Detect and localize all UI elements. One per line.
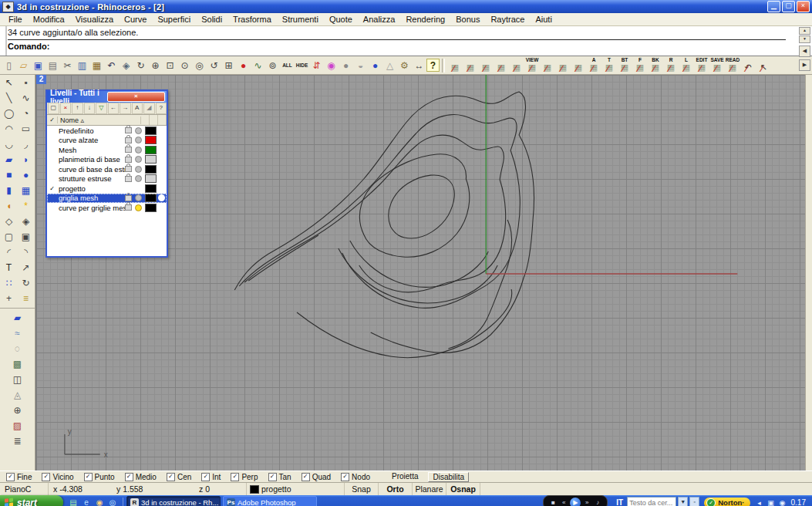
lasso-icon[interactable]: ◌	[9, 341, 26, 356]
options-gear-icon[interactable]: ⚙	[397, 58, 412, 73]
expand-right-icon[interactable]: →	[120, 103, 131, 114]
rectangle-icon[interactable]: ▭	[18, 121, 35, 137]
bulb-icon[interactable]	[135, 137, 142, 143]
taskbar-search-input[interactable]	[627, 497, 676, 506]
help-icon[interactable]: ?	[426, 59, 440, 72]
menu-item[interactable]: Analizza	[358, 15, 401, 24]
checkbox-icon[interactable]: ✓	[302, 473, 310, 481]
contour-curve[interactable]	[239, 115, 520, 309]
bulb-icon[interactable]	[135, 127, 142, 134]
layer-name[interactable]: griglia mesh	[57, 194, 125, 202]
contour-curve[interactable]	[350, 241, 488, 287]
layer-name[interactable]: Predefinito	[57, 126, 125, 135]
curve-interpolate-icon[interactable]: ∿	[18, 90, 35, 106]
checkbox-icon[interactable]: ✓	[167, 473, 175, 481]
single-point-icon[interactable]: ▪	[18, 75, 35, 90]
points-on-icon[interactable]: ⊚	[265, 58, 280, 73]
sphere-group-icon[interactable]: ●	[18, 167, 35, 183]
restore-button[interactable]: ▢	[782, 1, 795, 12]
move-down-icon[interactable]: ↓	[84, 103, 96, 114]
osnap-checkbox-item[interactable]: ✓ Perp	[231, 473, 258, 481]
layer-color-swatch[interactable]	[145, 184, 157, 193]
media-prev-button[interactable]: «	[559, 498, 568, 506]
contour-curve[interactable]	[244, 135, 505, 292]
mesh-bt-icon[interactable]: BT ▦ ∕	[617, 57, 632, 74]
menu-item[interactable]: Curve	[119, 15, 152, 24]
layer-color-swatch[interactable]	[145, 146, 157, 154]
status-toggle[interactable]: Orto	[379, 483, 413, 495]
ql-media-icon[interactable]: ◉	[94, 498, 105, 506]
progetto[interactable]: ✓ progetto	[47, 184, 167, 194]
osnap-checkbox-item[interactable]: ✓ Quad	[302, 473, 331, 481]
open-file-icon[interactable]: ▱	[16, 58, 31, 73]
layer-color-swatch[interactable]	[145, 194, 157, 202]
curve-edit-icon[interactable]: ∿	[251, 58, 265, 73]
command-scroll-down-button[interactable]: ▼	[799, 35, 810, 43]
notes-icon[interactable]: ≣	[9, 433, 26, 449]
layers-panel-close-icon[interactable]: ×	[107, 92, 166, 102]
surface-patch-icon[interactable]: ▰	[1, 152, 18, 167]
checkbox-icon[interactable]: ✓	[268, 473, 277, 481]
language-indicator[interactable]: IT	[616, 498, 623, 506]
circle-icon[interactable]: ◯	[1, 106, 18, 121]
cut-icon[interactable]: ✂	[60, 58, 75, 73]
hatch-icon[interactable]: ≡	[18, 291, 35, 306]
curve per griglie mesh[interactable]: curve per griglie mesh	[47, 203, 167, 213]
title-bar[interactable]: ◆ 3d in costruzione - Rhinoceros - [2] ▁…	[0, 0, 812, 13]
menu-item[interactable]: Modifica	[28, 15, 70, 24]
contour-curve[interactable]	[248, 235, 318, 281]
lock-icon[interactable]	[125, 137, 132, 143]
mesh-export-icon[interactable]: ▦ ∕	[447, 57, 463, 74]
menu-item[interactable]: Trasforma	[227, 15, 277, 24]
mesh-read-icon[interactable]: READ ▦ ∕	[725, 57, 740, 74]
griglia mesh[interactable]: griglia mesh	[47, 194, 167, 204]
hide-objects-icon[interactable]: HIDE	[295, 58, 309, 73]
polyline-icon[interactable]: ╲	[1, 90, 18, 106]
mesh-l-icon[interactable]: L ▦ ∕	[679, 57, 694, 74]
osnap-checkbox-item[interactable]: ✓ Vicino	[42, 473, 73, 481]
ellipse-icon[interactable]: ◔	[18, 106, 35, 121]
pan-hand-icon[interactable]: ◈	[119, 58, 133, 73]
cplane-indicator[interactable]: PianoC	[0, 483, 49, 495]
minimize-button[interactable]: ▁	[767, 1, 780, 12]
command-scroll-right-button[interactable]: ▶	[799, 59, 810, 71]
bulb-icon[interactable]	[135, 204, 142, 211]
lock-icon[interactable]	[125, 147, 132, 153]
paste-icon[interactable]: ▦	[89, 58, 104, 73]
undo-icon[interactable]: ↶	[104, 58, 119, 73]
norton-badge[interactable]: ✓ Norton·	[704, 498, 750, 506]
mesh-tools-icon[interactable]: ▩	[9, 356, 26, 372]
osnap-button[interactable]: Proietta	[388, 472, 422, 482]
offset-curve-icon[interactable]: ◖	[1, 198, 18, 214]
move-up-icon[interactable]: ↑	[72, 103, 83, 114]
checkbox-icon[interactable]: ✓	[84, 473, 93, 481]
bulb-icon[interactable]	[135, 175, 142, 182]
command-area[interactable]: 34 curve aggiunta/o alla selezione. Coma…	[0, 26, 812, 56]
trim-icon[interactable]: ◇	[1, 214, 18, 229]
layer-name[interactable]: curve per griglie mesh	[57, 204, 125, 212]
contour-curve[interactable]	[359, 154, 469, 257]
contour-curve[interactable]	[297, 289, 512, 358]
layer-color-swatch[interactable]	[145, 126, 157, 135]
status-toggle[interactable]: Osnap	[446, 483, 480, 495]
layer-color-swatch[interactable]	[145, 136, 157, 144]
contour-curve[interactable]	[448, 220, 511, 349]
lock-icon[interactable]	[125, 166, 132, 172]
pyramid-icon[interactable]: ◬	[9, 387, 26, 403]
status-toggle[interactable]: Snap	[345, 483, 379, 495]
osnap-checkbox-item[interactable]: ✓ Nodo	[341, 473, 370, 481]
lock-icon[interactable]	[125, 157, 132, 163]
layers-panel[interactable]: Livelli - Tutti i livelli × ▢×↑↓▽←→A◢? ✓…	[45, 89, 168, 258]
filter-icon[interactable]: ▽	[96, 103, 107, 114]
mesh-t-icon[interactable]: T ▦ ∕	[601, 57, 617, 74]
status-toggle[interactable]: Planare	[413, 483, 446, 495]
viewport[interactable]: 2 yx Livelli - Tutti i livelli × ▢×↑↓▽←→…	[35, 75, 805, 471]
mesh-pointer-icon[interactable]: ↖ ∕	[756, 57, 771, 74]
lock-icon[interactable]	[125, 195, 132, 201]
osnap-checkbox-item[interactable]: ✓ Fine	[6, 473, 32, 481]
osnap-button[interactable]: Disabilita	[428, 472, 469, 482]
strutture estruse[interactable]: strutture estruse	[47, 174, 167, 184]
tray-display-icon[interactable]: ▣	[767, 498, 776, 506]
rotate-2d-icon[interactable]: ↻	[18, 275, 35, 291]
zoom-selected-icon[interactable]: ⊙	[177, 58, 192, 73]
